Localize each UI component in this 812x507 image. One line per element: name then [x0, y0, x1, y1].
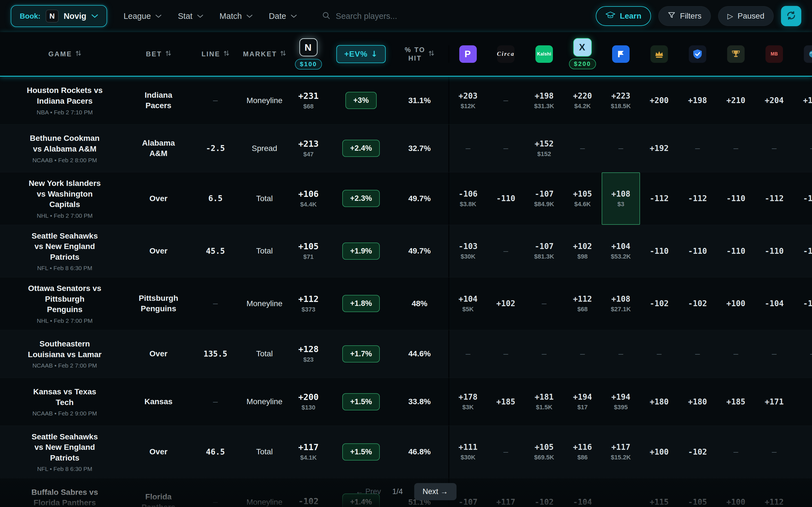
- refresh-button[interactable]: [781, 6, 801, 26]
- x-book-column-header[interactable]: X$200: [563, 39, 602, 69]
- odds-cell-draftkings[interactable]: +200: [640, 76, 678, 124]
- odds-cell-blue-flag-book[interactable]: +108$27.1K: [602, 277, 640, 330]
- game-cell[interactable]: Ottawa Senators vs Pittsburgh Penguins N…: [0, 277, 130, 330]
- odds-cell-fanduel[interactable]: -102: [678, 426, 717, 478]
- odds-cell-kalshi[interactable]: -107$81.3K: [525, 225, 563, 277]
- odds-cell-blue-flag-book[interactable]: +194$395: [602, 378, 640, 426]
- odds-cell-fanduel[interactable]: +198: [678, 76, 717, 124]
- odds-cell-trophy-book[interactable]: -110: [717, 225, 755, 277]
- odds-cell-fanduel[interactable]: -112: [678, 172, 717, 225]
- kalshi-column-header[interactable]: Kalshi: [525, 45, 563, 63]
- odds-cell-trophy-book[interactable]: -110: [717, 172, 755, 225]
- paused-button[interactable]: ▷ Paused: [718, 6, 774, 26]
- odds-cell-draftkings[interactable]: -112: [640, 172, 678, 225]
- odds-cell-trophy-book[interactable]: +185: [717, 378, 755, 426]
- odds-cell-mb-book[interactable]: +171: [755, 378, 794, 426]
- odds-cell-blue-flag-book[interactable]: +104$53.2K: [602, 225, 640, 277]
- menu-date[interactable]: Date: [269, 11, 297, 21]
- odds-cell-novig[interactable]: +117 $4.1K: [286, 426, 331, 478]
- draftkings-column-header[interactable]: [640, 45, 678, 63]
- circa-column-header[interactable]: Circa: [487, 45, 525, 63]
- learn-button[interactable]: Learn: [596, 6, 651, 26]
- prophetx-column-header[interactable]: P: [448, 45, 487, 63]
- odds-cell-mb-book[interactable]: +112: [755, 478, 794, 507]
- odds-cell-novig[interactable]: -102: [286, 478, 331, 507]
- odds-cell-edge-book[interactable]: -110: [794, 172, 812, 225]
- trophy-book-column-header[interactable]: [717, 45, 755, 63]
- game-cell[interactable]: Buffalo Sabres vs Florida Panthers NHL •…: [0, 478, 130, 507]
- filters-button[interactable]: Filters: [658, 6, 711, 26]
- odds-cell-kalshi[interactable]: -107$84.9K: [525, 172, 563, 225]
- odds-cell-x-book[interactable]: +112$68: [563, 277, 602, 330]
- game-cell[interactable]: Seattle Seahawks vs New England Patriots…: [0, 426, 130, 478]
- odds-cell-trophy-book[interactable]: +100: [717, 478, 755, 507]
- odds-cell-blue-flag-book[interactable]: +117$15.2K: [602, 426, 640, 478]
- odds-cell-blue-flag-book[interactable]: +223$18.5K: [602, 76, 640, 124]
- ev-sort-button[interactable]: +EV% ↓: [336, 45, 386, 63]
- game-cell[interactable]: Bethune Cookman vs Alabama A&M NCAAB • F…: [0, 124, 130, 172]
- odds-cell-prophetx[interactable]: +178$3K: [448, 378, 487, 426]
- odds-cell-prophetx[interactable]: +203$12K: [448, 76, 487, 124]
- odds-cell-prophetx[interactable]: -106$3.8K: [448, 172, 487, 225]
- odds-cell-x-book[interactable]: +105$4.6K: [563, 172, 602, 225]
- odds-cell-novig[interactable]: +106 $4.4K: [286, 172, 331, 225]
- odds-cell-kalshi[interactable]: +105$69.5K: [525, 426, 563, 478]
- game-cell[interactable]: New York Islanders vs Washington Capital…: [0, 172, 130, 225]
- novig-column-header[interactable]: N $100: [286, 38, 331, 69]
- odds-cell-kalshi[interactable]: +198$31.3K: [525, 76, 563, 124]
- odds-cell-draftkings[interactable]: +192: [640, 124, 678, 172]
- odds-cell-trophy-book[interactable]: +100: [717, 277, 755, 330]
- odds-cell-prophetx[interactable]: +104$5K: [448, 277, 487, 330]
- odds-cell-edge-book[interactable]: -106: [794, 277, 812, 330]
- col-header-game[interactable]: GAME: [0, 50, 130, 59]
- odds-cell-novig[interactable]: +105 $71: [286, 225, 331, 277]
- menu-league[interactable]: League: [123, 11, 161, 21]
- blue-flag-book-column-header[interactable]: [602, 45, 640, 63]
- odds-cell-novig[interactable]: +200 $130: [286, 378, 331, 426]
- odds-cell-circa[interactable]: +117: [487, 478, 525, 507]
- menu-stat[interactable]: Stat: [178, 11, 203, 21]
- odds-cell-fanduel[interactable]: -102: [678, 277, 717, 330]
- odds-cell-novig[interactable]: +213 $47: [286, 124, 331, 172]
- search-input[interactable]: [336, 11, 454, 21]
- col-header-line[interactable]: LINE: [188, 50, 243, 59]
- odds-cell-x-book[interactable]: +194$17: [563, 378, 602, 426]
- odds-cell-fanduel[interactable]: -110: [678, 225, 717, 277]
- col-header-hit[interactable]: % TO HIT: [391, 46, 448, 62]
- odds-cell-circa[interactable]: -110: [487, 172, 525, 225]
- odds-cell-draftkings[interactable]: +115: [640, 478, 678, 507]
- odds-cell-kalshi[interactable]: -102: [525, 478, 563, 507]
- odds-cell-novig[interactable]: +128 $23: [286, 330, 331, 378]
- col-header-bet[interactable]: BET: [130, 50, 188, 59]
- odds-cell-edge-book[interactable]: +195: [794, 76, 812, 124]
- odds-cell-fanduel[interactable]: -105: [678, 478, 717, 507]
- odds-cell-circa[interactable]: +102: [487, 277, 525, 330]
- game-cell[interactable]: Southeastern Louisiana vs Lamar NCAAB • …: [0, 330, 130, 378]
- odds-cell-draftkings[interactable]: +100: [640, 426, 678, 478]
- odds-cell-novig[interactable]: +112 $373: [286, 277, 331, 330]
- odds-cell-prophetx[interactable]: -103$30K: [448, 225, 487, 277]
- odds-cell-mb-book[interactable]: -104: [755, 277, 794, 330]
- odds-cell-fanduel[interactable]: +180: [678, 378, 717, 426]
- edge-book-column-header[interactable]: [794, 45, 812, 63]
- odds-cell-mb-book[interactable]: -112: [755, 172, 794, 225]
- game-cell[interactable]: Seattle Seahawks vs New England Patriots…: [0, 225, 130, 277]
- odds-cell-mb-book[interactable]: -110: [755, 225, 794, 277]
- book-selector[interactable]: Book: N Novig: [11, 5, 107, 27]
- mb-book-column-header[interactable]: MB: [755, 45, 794, 63]
- col-header-market[interactable]: MARKET: [243, 50, 286, 59]
- menu-match[interactable]: Match: [220, 11, 253, 21]
- odds-cell-mb-book[interactable]: +204: [755, 76, 794, 124]
- odds-cell-trophy-book[interactable]: +210: [717, 76, 755, 124]
- next-page-button[interactable]: Next →: [414, 483, 456, 500]
- odds-cell-draftkings[interactable]: -102: [640, 277, 678, 330]
- odds-cell-x-book[interactable]: +102$98: [563, 225, 602, 277]
- odds-cell-draftkings[interactable]: +180: [640, 378, 678, 426]
- prev-page-button[interactable]: ← Prev: [356, 487, 381, 496]
- odds-cell-prophetx[interactable]: +111$30K: [448, 426, 487, 478]
- odds-cell-blue-flag-book[interactable]: +108$3: [602, 172, 640, 225]
- odds-cell-x-book[interactable]: +116$86: [563, 426, 602, 478]
- odds-cell-x-book[interactable]: +220$4.2K: [563, 76, 602, 124]
- odds-cell-draftkings[interactable]: -110: [640, 225, 678, 277]
- game-cell[interactable]: Houston Rockets vs Indiana Pacers NBA • …: [0, 76, 130, 124]
